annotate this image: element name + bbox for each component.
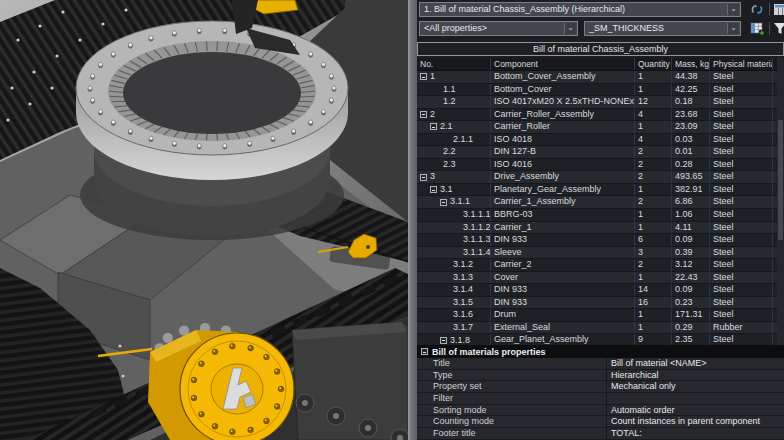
column-header-mass[interactable]: Mass, kg xyxy=(672,58,710,70)
chevron-down-icon[interactable]: ⌄ xyxy=(727,4,739,15)
chevron-down-icon[interactable]: ⌄ xyxy=(564,23,576,34)
material-value: Steel xyxy=(710,159,773,171)
panel-splitter[interactable] xyxy=(408,0,417,440)
property-label: Type xyxy=(417,370,607,381)
quantity-value: 1 xyxy=(635,71,672,83)
quantity-value: 4 xyxy=(635,109,672,121)
collapse-icon[interactable] xyxy=(430,123,437,130)
property-value: Hierarchical xyxy=(607,370,784,381)
material-value: Steel xyxy=(710,96,773,108)
row-number: 2.1 xyxy=(440,121,453,133)
mass-value: 42.25 xyxy=(672,84,710,96)
table-row[interactable]: 3.1.3Cover122.43Steel xyxy=(417,272,784,285)
table-row[interactable]: 2Carrier_Roller_Assembly423.68Steel xyxy=(417,109,784,122)
tree-number-cell: 1 xyxy=(417,71,491,83)
mass-value: 493.65 xyxy=(672,171,710,183)
bom-selector-dropdown[interactable]: 1. Bill of material Chassis_Assembly (Hi… xyxy=(419,2,741,17)
column-header-component[interactable]: Component xyxy=(491,58,635,70)
row-number: 3.1.5 xyxy=(453,297,473,309)
table-row[interactable]: 3.1.7External_Seal10.29Rubber xyxy=(417,322,784,335)
quantity-value: 16 xyxy=(635,297,672,309)
table-scrollbar[interactable] xyxy=(777,58,784,345)
collapse-icon[interactable] xyxy=(421,348,428,355)
row-number: 3.1.1 xyxy=(450,196,470,208)
property-row[interactable]: Sorting modeAutomatic order xyxy=(417,405,784,417)
collapse-icon[interactable] xyxy=(420,111,427,118)
collapse-icon[interactable] xyxy=(420,73,427,80)
property-label: Sorting mode xyxy=(417,405,607,416)
table-row[interactable]: 1.1Bottom_Cover142.25Steel xyxy=(417,84,784,97)
table-row[interactable]: 3.1.2Carrier_223.12Steel xyxy=(417,259,784,272)
table-row[interactable]: 3.1.1.2Carrier_114.11Steel xyxy=(417,222,784,235)
tree-number-cell: 3.1.1.3 xyxy=(417,234,491,246)
table-row[interactable]: 2.2DIN 127-B20.01Steel xyxy=(417,146,784,159)
tree-number-cell: 3.1.4 xyxy=(417,284,491,296)
filter-icon xyxy=(773,22,784,35)
table-row[interactable]: 3.1.5DIN 933160.23Steel xyxy=(417,297,784,310)
property-filter-dropdown[interactable]: <All properties> ⌄ xyxy=(419,21,578,36)
tree-number-cell: 3.1.1.4 xyxy=(417,247,491,259)
collapse-icon[interactable] xyxy=(440,199,447,206)
property-row[interactable]: Property setMechanical only xyxy=(417,381,784,393)
refresh-button[interactable] xyxy=(750,3,765,17)
list-view-button[interactable] xyxy=(773,3,784,17)
property-row[interactable]: Filter xyxy=(417,393,784,405)
table-row[interactable]: 3.1.1.1BBRG-0311.06Steel xyxy=(417,209,784,222)
collapse-icon[interactable] xyxy=(430,186,437,193)
collapse-icon[interactable] xyxy=(420,174,427,181)
property-value xyxy=(607,393,784,404)
add-column-button[interactable] xyxy=(750,22,765,36)
table-row[interactable]: 3.1.6Drum1171.31Steel xyxy=(417,309,784,322)
column-header-no[interactable]: No. xyxy=(417,58,491,70)
property-row[interactable]: Counting modeCount instances in parent c… xyxy=(417,416,784,428)
properties-panel-header[interactable]: Bill of materials properties xyxy=(417,345,784,358)
column-header-material[interactable]: Physical material xyxy=(710,58,773,70)
chevron-down-icon[interactable]: ⌄ xyxy=(727,23,739,34)
collapse-icon[interactable] xyxy=(440,337,447,344)
component-name: BBRG-03 xyxy=(491,209,635,221)
table-row[interactable]: 2.1Carrier_Roller123.09Steel xyxy=(417,121,784,134)
table-row[interactable]: 3.1.1.4Sleeve30.39Steel xyxy=(417,247,784,260)
material-value: Steel xyxy=(710,222,773,234)
property-value: Count instances in parent component xyxy=(607,416,784,427)
material-value: Steel xyxy=(710,309,773,321)
material-value: Steel xyxy=(710,121,773,133)
table-row[interactable]: 2.3ISO 401620.28Steel xyxy=(417,159,784,172)
tree-number-cell: 3.1 xyxy=(417,184,491,196)
table-row[interactable]: 3.1Planetary_Gear_Assembly1382.91Steel xyxy=(417,184,784,197)
property-value: Mechanical only xyxy=(607,381,784,392)
property-row[interactable]: TypeHierarchical xyxy=(417,370,784,382)
property-select-dropdown[interactable]: _SM_THICKNESS ⌄ xyxy=(584,21,741,36)
table-row[interactable]: 1.2ISO 4017xM20 X 2.5xTHD-NONEx40120.18S… xyxy=(417,96,784,109)
component-name: ISO 4018 xyxy=(491,134,635,146)
component-name: Carrier_2 xyxy=(491,259,635,271)
property-row[interactable]: Footer titleTOTAL: xyxy=(417,428,784,440)
table-row[interactable]: 3.1.1Carrier_1_Assembly26.86Steel xyxy=(417,196,784,209)
table-row[interactable]: 3.1.4DIN 933140.09Steel xyxy=(417,284,784,297)
cad-application-window: 1. Bill of material Chassis_Assembly (Hi… xyxy=(0,0,784,440)
table-row[interactable]: 3.1.8Gear_Planet_Assembly92.35Steel xyxy=(417,334,784,345)
3d-viewport[interactable] xyxy=(0,0,408,440)
scrollbar-thumb[interactable] xyxy=(778,120,783,240)
ring-bore xyxy=(123,52,301,134)
quantity-value: 14 xyxy=(635,284,672,296)
column-header-quantity[interactable]: Quantity xyxy=(635,58,672,70)
table-row[interactable]: 2.1.1ISO 401840.03Steel xyxy=(417,134,784,147)
material-value: Steel xyxy=(710,171,773,183)
mass-value: 0.03 xyxy=(672,134,710,146)
component-name: Bottom_Cover_Assembly xyxy=(491,71,635,83)
table-row[interactable]: 3Drive_Assembly2493.65Steel xyxy=(417,171,784,184)
tree-number-cell: 3.1.1.1 xyxy=(417,209,491,221)
material-value: Steel xyxy=(710,272,773,284)
row-number: 2.1.1 xyxy=(453,134,473,146)
tree-number-cell: 3.1.5 xyxy=(417,297,491,309)
bom-table-header: No. Component Quantity Mass, kg Physical… xyxy=(417,58,784,71)
table-row[interactable]: 1Bottom_Cover_Assembly144.38Steel xyxy=(417,71,784,84)
filter-button[interactable] xyxy=(773,22,784,36)
property-row[interactable]: TitleBill of material <NAME> xyxy=(417,358,784,370)
panel-title: Bill of material Chassis_Assembly xyxy=(417,42,784,56)
property-value: Automatic order xyxy=(607,405,784,416)
tree-number-cell: 3.1.1 xyxy=(417,196,491,208)
table-row[interactable]: 3.1.1.3DIN 93360.09Steel xyxy=(417,234,784,247)
quantity-value: 1 xyxy=(635,84,672,96)
